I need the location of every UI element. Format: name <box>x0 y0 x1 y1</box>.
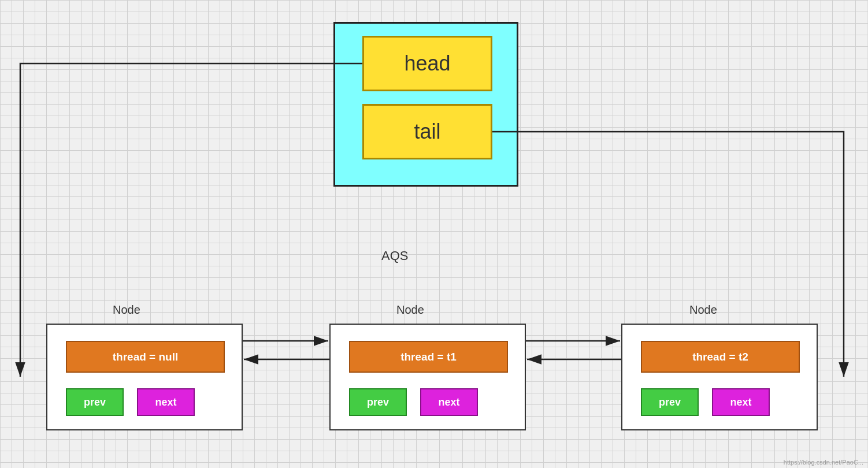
node2-prev: prev <box>349 388 407 416</box>
watermark: https://blog.csdn.net/PaoC... <box>784 459 863 466</box>
node3-prev: prev <box>641 388 699 416</box>
node3-next: next <box>712 388 770 416</box>
node3-thread: thread = t2 <box>641 341 800 373</box>
node1-label: Node <box>113 303 140 317</box>
node1-box: thread = null prev next <box>46 324 243 430</box>
tail-box: tail <box>362 104 492 159</box>
node3-label: Node <box>689 303 717 317</box>
node1-thread: thread = null <box>66 341 225 373</box>
node2-next: next <box>420 388 478 416</box>
node2-label: Node <box>396 303 424 317</box>
node2-thread: thread = t1 <box>349 341 508 373</box>
node2-box: thread = t1 prev next <box>329 324 526 430</box>
aqs-label: AQS <box>381 248 408 263</box>
node1-next: next <box>137 388 195 416</box>
head-box: head <box>362 36 492 91</box>
head-label: head <box>404 51 450 76</box>
node1-prev: prev <box>66 388 124 416</box>
diagram: head tail AQS Node thread = null prev ne… <box>0 0 868 468</box>
node3-box: thread = t2 prev next <box>621 324 818 430</box>
tail-label: tail <box>414 120 440 144</box>
